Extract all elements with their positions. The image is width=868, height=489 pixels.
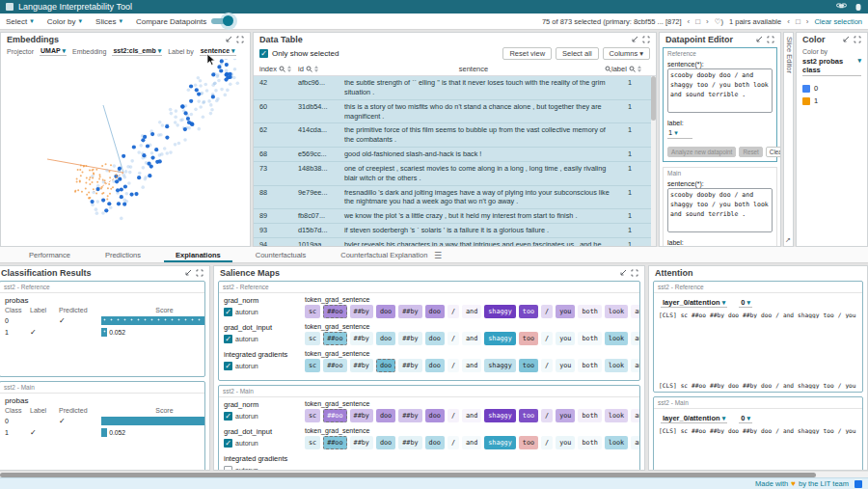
attention-token[interactable]: shaggy (798, 382, 819, 389)
attention-token[interactable]: too (823, 312, 833, 318)
attention-token[interactable]: doo (761, 427, 772, 434)
salience-token[interactable]: you (556, 332, 575, 345)
salience-token[interactable]: / (541, 332, 553, 345)
attention-token[interactable]: sc (681, 427, 688, 434)
select-menu[interactable]: Select▾ (6, 17, 34, 26)
salience-token[interactable]: both (578, 305, 601, 318)
share-link-icon[interactable] (836, 3, 847, 12)
column-id[interactable]: id (298, 65, 344, 73)
next-pair-icon[interactable]: › (806, 17, 809, 26)
salience-token[interactable]: shaggy (484, 332, 516, 345)
table-row[interactable]: 889e79ee...fresnadillo 's dark and jolti… (254, 186, 656, 210)
salience-token[interactable]: look (605, 409, 628, 422)
table-row[interactable]: 42afbc96...the subtle strength of `` ell… (254, 76, 656, 100)
attention-token[interactable]: ##by (710, 382, 724, 389)
attention-token[interactable]: doo (761, 382, 772, 389)
salience-token[interactable]: ##oo (323, 409, 346, 422)
attention-token[interactable]: doo (761, 312, 772, 318)
slice-editor-collapsed[interactable]: Slice Editor ↗ (783, 32, 794, 247)
attention-token[interactable]: ##by (710, 427, 724, 434)
color-by-select[interactable]: sst2 probas class▾ (802, 57, 861, 76)
attention-token[interactable]: doo (728, 427, 739, 434)
maximize-icon[interactable] (767, 36, 774, 43)
attention-token[interactable]: [CLS] (659, 382, 677, 389)
projector-select[interactable]: UMAP ▾ (40, 47, 67, 56)
color-by-menu[interactable]: Color by▾ (47, 17, 82, 26)
autorun-checkbox[interactable]: ✓ (224, 412, 232, 421)
attention-token[interactable]: / (838, 312, 842, 318)
salience-token[interactable]: you (556, 436, 575, 449)
table-row[interactable]: 73148b38...one of creepiest , scariest m… (254, 162, 656, 186)
pair-icon[interactable]: □ (796, 17, 800, 26)
salience-token[interactable]: shaggy (484, 409, 516, 422)
salience-token[interactable]: ##by (398, 332, 421, 345)
attention-token[interactable]: / (838, 382, 842, 389)
maximize-icon[interactable] (854, 36, 861, 43)
search-icon[interactable] (629, 66, 636, 72)
select-all-button[interactable]: Select all (556, 47, 598, 60)
salience-token[interactable]: ##by (398, 305, 421, 318)
autorun-control[interactable]: ✓autorun (224, 362, 305, 370)
salience-token[interactable]: sc (305, 305, 320, 318)
attention-token[interactable]: and (783, 427, 794, 434)
compare-datapoints-toggle[interactable]: Compare Datapoints (136, 14, 234, 28)
salience-token[interactable]: ##by (350, 359, 373, 372)
salience-token[interactable]: ##oo (323, 436, 346, 449)
layer-select[interactable]: layer_0/attention ▾ (661, 414, 727, 423)
salience-token[interactable]: ##oo (323, 305, 346, 318)
slices-menu[interactable]: Slices▾ (95, 17, 122, 26)
salience-token[interactable]: doo (376, 332, 395, 345)
salience-token[interactable]: and (631, 359, 640, 372)
salience-token[interactable]: ##by (398, 436, 421, 449)
salience-token[interactable]: sc (305, 359, 320, 372)
bug-report-icon[interactable] (854, 3, 862, 12)
minimize-icon[interactable] (842, 36, 850, 43)
salience-token[interactable]: look (605, 305, 628, 318)
salience-token[interactable]: doo (425, 409, 445, 422)
clear-selection-link[interactable]: Clear selection (814, 17, 862, 26)
salience-token[interactable]: doo (425, 332, 445, 345)
tab-performance[interactable]: Performance (12, 247, 88, 262)
salience-token[interactable]: sc (305, 409, 320, 422)
embedding-select[interactable]: sst2:cls_emb ▾ (112, 47, 162, 56)
reset-button[interactable]: Reset (739, 147, 762, 157)
attention-token[interactable]: ##by (743, 312, 757, 318)
autorun-control[interactable]: ✓autorun (224, 308, 305, 316)
salience-token[interactable]: ##by (398, 409, 421, 422)
horizontal-scrollbar[interactable] (0, 471, 868, 477)
salience-token[interactable]: doo (425, 305, 445, 318)
attention-token[interactable]: ##by (743, 382, 757, 389)
attention-token[interactable]: / (775, 427, 779, 434)
salience-token[interactable]: / (541, 305, 553, 318)
drag-handle-icon[interactable]: ☰ (434, 251, 442, 260)
table-row[interactable]: 93d15b7d...if steven soderbergh 's ` sol… (254, 224, 656, 238)
salience-token[interactable]: too (519, 332, 538, 345)
minimize-icon[interactable] (184, 269, 192, 277)
analyze-button[interactable]: Analyze new datapoint (667, 147, 736, 157)
column-sentence[interactable]: sentence (344, 65, 611, 73)
salience-token[interactable]: doo (376, 409, 395, 422)
attention-token[interactable]: ##oo (692, 427, 706, 434)
attention-token[interactable]: too (823, 382, 833, 389)
attention-token[interactable]: ##by (743, 427, 757, 434)
salience-token[interactable]: too (519, 359, 538, 372)
table-row[interactable]: 68e569cc...good old-fashioned slash-and-… (254, 148, 656, 162)
salience-token[interactable]: and (462, 332, 481, 345)
tab-counterfactual-explanation[interactable]: Counterfactual Explanation (323, 247, 445, 262)
tab-counterfactuals[interactable]: Counterfactuals (238, 247, 324, 262)
head-select[interactable]: 0 ▾ (739, 414, 752, 423)
salience-token[interactable]: look (605, 436, 628, 449)
prev-pair-icon[interactable]: ‹ (787, 17, 790, 26)
toggle-switch[interactable] (209, 14, 234, 28)
salience-token[interactable]: both (578, 436, 601, 449)
attention-token[interactable]: too (823, 427, 833, 434)
column-index[interactable]: index (259, 65, 298, 73)
salience-token[interactable]: and (631, 436, 640, 449)
sentence-textarea[interactable] (667, 188, 773, 232)
autorun-checkbox[interactable]: ✓ (224, 335, 232, 343)
salience-token[interactable]: both (578, 359, 601, 372)
salience-token[interactable]: / (448, 436, 459, 449)
maximize-icon[interactable] (631, 269, 638, 277)
prev-datapoint-icon[interactable]: ‹ (688, 17, 691, 26)
salience-token[interactable]: too (519, 409, 538, 422)
